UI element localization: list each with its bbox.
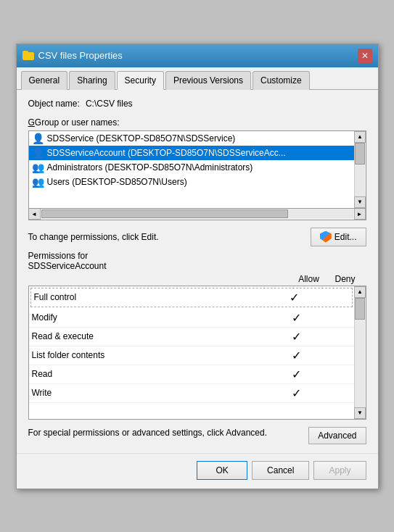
- edit-button-label: Edit...: [335, 232, 357, 242]
- advanced-text: For special permissions or advanced sett…: [28, 427, 300, 439]
- user-name: SDSService (DESKTOP-SD85O7N\SDSService): [47, 133, 236, 144]
- perm-allow-col-header: Allow: [291, 274, 327, 284]
- perm-name: Read: [32, 369, 279, 379]
- folder-icon: [22, 51, 34, 60]
- properties-dialog: CSV files Properties ✕ General Sharing S…: [16, 43, 379, 489]
- table-row: Write ✓: [29, 384, 354, 403]
- tab-content: Object name: C:\CSV files GGroup or user…: [17, 90, 378, 453]
- table-row: Modify ✓: [29, 309, 354, 328]
- perm-scroll-track: [355, 298, 365, 407]
- perm-name: List folder contents: [32, 350, 279, 360]
- title-bar-left: CSV files Properties: [22, 50, 123, 61]
- perm-allow-check: ✓: [279, 330, 315, 344]
- shield-icon: [320, 231, 332, 243]
- object-name-label: Object name:: [28, 99, 80, 109]
- scroll-thumb[interactable]: [355, 143, 365, 165]
- user-name: SDSServiceAccount (DESKTOP-SD85O7N\SDSSe…: [47, 148, 286, 158]
- list-item[interactable]: 👥 Users (DESKTOP-SD85O7N\Users): [29, 175, 354, 189]
- tab-previous-versions[interactable]: Previous Versions: [165, 71, 251, 90]
- tab-general[interactable]: General: [21, 71, 68, 90]
- advanced-button[interactable]: Advanced: [308, 427, 366, 444]
- permissions-header: Allow Deny: [28, 274, 366, 286]
- user-list-container: 👤 SDSService (DESKTOP-SD85O7N\SDSService…: [28, 130, 366, 220]
- horizontal-scrollbar[interactable]: ◄ ►: [28, 209, 366, 220]
- table-row: Read & execute ✓: [29, 328, 354, 346]
- tab-customize[interactable]: Customize: [253, 71, 310, 90]
- vertical-scrollbar[interactable]: ▲ ▼: [354, 131, 366, 208]
- perm-deny-col-header: Deny: [327, 274, 364, 284]
- edit-button[interactable]: Edit...: [311, 228, 366, 246]
- permissions-table: Full control ✓ Modify ✓ Read & execute ✓: [28, 286, 366, 420]
- perm-scroll-down-arrow[interactable]: ▼: [354, 407, 366, 419]
- person-icon: 👤: [32, 147, 44, 159]
- perm-allow-check: ✓: [276, 291, 313, 304]
- perm-name: Write: [32, 388, 279, 398]
- user-list[interactable]: 👤 SDSService (DESKTOP-SD85O7N\SDSService…: [28, 130, 366, 209]
- horiz-scroll-track: [41, 209, 353, 218]
- group-label: GGroup or user names:: [28, 117, 366, 128]
- perm-name: Full control: [34, 292, 276, 302]
- list-item[interactable]: 👥 Administrators (DESKTOP-SD85O7N\Admini…: [29, 160, 354, 175]
- dialog-title: CSV files Properties: [38, 50, 123, 61]
- apply-button[interactable]: Apply: [313, 461, 366, 480]
- cancel-button[interactable]: Cancel: [252, 461, 309, 480]
- perm-rows: Full control ✓ Modify ✓ Read & execute ✓: [29, 288, 354, 403]
- perm-name: Modify: [32, 312, 279, 323]
- people-icon: 👥: [32, 176, 44, 188]
- tab-bar: General Sharing Security Previous Versio…: [17, 67, 378, 90]
- perm-allow-check: ✓: [279, 311, 315, 325]
- object-name-row: Object name: C:\CSV files: [28, 99, 366, 109]
- perm-name-col-header: [31, 274, 291, 284]
- tab-security[interactable]: Security: [117, 71, 164, 90]
- dialog-footer: OK Cancel Apply: [17, 453, 378, 489]
- close-button[interactable]: ✕: [358, 49, 372, 63]
- ok-button[interactable]: OK: [197, 461, 247, 480]
- permissions-title: Permissions for SDSServiceAccount: [28, 251, 366, 271]
- user-name: Administrators (DESKTOP-SD85O7N\Administ…: [47, 162, 253, 173]
- perm-scroll-up-arrow[interactable]: ▲: [354, 286, 366, 298]
- perm-scroll-thumb[interactable]: [355, 298, 365, 320]
- table-row: List folder contents ✓: [29, 346, 354, 365]
- advanced-row: For special permissions or advanced sett…: [28, 427, 366, 444]
- people-icon: 👥: [32, 162, 44, 173]
- scroll-down-arrow[interactable]: ▼: [354, 196, 366, 208]
- user-list-inner: 👤 SDSService (DESKTOP-SD85O7N\SDSService…: [29, 131, 354, 189]
- table-row: Full control ✓: [30, 288, 353, 307]
- perm-name: Read & execute: [32, 331, 279, 341]
- horiz-scroll-thumb[interactable]: [41, 209, 288, 218]
- change-permissions-text: To change permissions, click Edit.: [28, 232, 159, 242]
- title-bar: CSV files Properties ✕: [17, 44, 378, 67]
- perm-allow-check: ✓: [279, 349, 315, 362]
- scroll-up-arrow[interactable]: ▲: [354, 131, 366, 143]
- user-name: Users (DESKTOP-SD85O7N\Users): [47, 177, 187, 187]
- table-row: Read ✓: [29, 365, 354, 384]
- perm-allow-check: ✓: [279, 367, 315, 381]
- list-item[interactable]: 👤 SDSServiceAccount (DESKTOP-SD85O7N\SDS…: [29, 146, 354, 160]
- change-permissions-row: To change permissions, click Edit. Edit.…: [28, 228, 366, 246]
- perm-vertical-scrollbar[interactable]: ▲ ▼: [354, 286, 366, 419]
- permissions-table-container: Full control ✓ Modify ✓ Read & execute ✓: [28, 286, 366, 420]
- scroll-left-arrow[interactable]: ◄: [29, 208, 41, 220]
- list-item[interactable]: 👤 SDSService (DESKTOP-SD85O7N\SDSService…: [29, 131, 354, 146]
- scroll-track: [355, 143, 365, 196]
- person-icon: 👤: [32, 133, 44, 144]
- perm-allow-check: ✓: [279, 386, 315, 400]
- object-name-value: C:\CSV files: [86, 99, 133, 109]
- tab-sharing[interactable]: Sharing: [69, 71, 115, 90]
- scroll-right-arrow[interactable]: ►: [354, 208, 366, 220]
